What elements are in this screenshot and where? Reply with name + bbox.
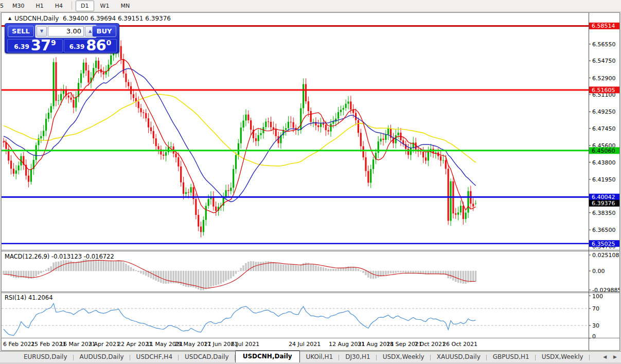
svg-text:6.39376: 6.39376 bbox=[592, 200, 615, 207]
timeframe-w1[interactable]: W1 bbox=[95, 1, 115, 11]
date-label: 7 Oct 2021 bbox=[414, 341, 446, 348]
svg-text:6.43800: 6.43800 bbox=[592, 159, 616, 166]
timeframe-d1[interactable]: D1 bbox=[76, 1, 94, 11]
svg-text:6.58514: 6.58514 bbox=[592, 23, 615, 29]
date-label: 24 Jul 2021 bbox=[289, 341, 321, 348]
date-axis: 6 Feb 202125 Feb 202116 Mar 20213 Apr 20… bbox=[2, 338, 588, 350]
volume-decrease-button[interactable]: ▼ bbox=[37, 26, 47, 37]
timeframe-h1[interactable]: H1 bbox=[31, 1, 49, 11]
chevron-down-icon: ▼ bbox=[40, 29, 43, 33]
buy-price-base: 6.39 bbox=[69, 43, 85, 50]
svg-text:0.025108: 0.025108 bbox=[592, 252, 619, 259]
buy-price-display: 6.39 86 0 bbox=[64, 39, 117, 52]
svg-text:6.47450: 6.47450 bbox=[592, 125, 616, 132]
svg-text:100: 100 bbox=[592, 293, 603, 300]
svg-text:6.56550: 6.56550 bbox=[592, 41, 616, 48]
macd-indicator-label: MACD(12,26,9) -0.013123 -0.016722 bbox=[5, 253, 114, 260]
tab-gbpusd-h1[interactable]: GBPUSD,H1 bbox=[487, 352, 536, 362]
tab-usdchf-h4[interactable]: USDCHF,H4 bbox=[130, 352, 179, 362]
svg-text:6.35025: 6.35025 bbox=[592, 241, 615, 247]
pane-borders bbox=[2, 13, 619, 350]
tab-scroll-right-icon[interactable]: ▶ bbox=[613, 354, 617, 359]
rsi-layer bbox=[2, 303, 588, 335]
one-click-trade-panel: SELL ▼ 3.00 ▲ BUY 6.39 37 9 6.39 86 0 bbox=[5, 23, 119, 53]
svg-text:6.52900: 6.52900 bbox=[592, 75, 616, 82]
timeframe-toolbar: 5 M30 H1 H4 D1 W1 MN bbox=[0, 0, 621, 12]
sell-price-point: 9 bbox=[51, 39, 56, 47]
price-axis: 6.565506.547506.529006.511006.492506.474… bbox=[589, 23, 619, 340]
svg-text:0.00: 0.00 bbox=[592, 268, 605, 275]
buy-price-point: 0 bbox=[107, 39, 112, 47]
timeframe-mn[interactable]: MN bbox=[115, 1, 135, 11]
sell-price-display: 6.39 37 9 bbox=[7, 39, 63, 52]
svg-text:6.54750: 6.54750 bbox=[592, 58, 616, 64]
timeframe-m15-clipped[interactable]: 5 bbox=[0, 1, 6, 11]
svg-text:6.51605: 6.51605 bbox=[592, 87, 615, 94]
tab-audusd-daily[interactable]: AUDUSD,Daily bbox=[74, 352, 130, 362]
chart-collapse-arrow-icon[interactable]: ▲ bbox=[8, 16, 11, 21]
date-label: 3 Apr 2021 bbox=[88, 341, 120, 348]
price-chart-canvas[interactable]: 6.565506.547506.529006.511006.492506.474… bbox=[2, 13, 619, 350]
date-label: 6 Feb 2021 bbox=[3, 341, 34, 348]
timeframe-h4[interactable]: H4 bbox=[50, 1, 68, 11]
svg-text:6.38350: 6.38350 bbox=[592, 210, 616, 216]
tab-scroll-left-icon[interactable]: ◀ bbox=[603, 354, 607, 359]
svg-text:6.45060: 6.45060 bbox=[592, 148, 615, 154]
rsi-indicator-label: RSI(14) 41.2064 bbox=[5, 294, 53, 301]
tab-xauusd-daily[interactable]: XAUUSD,Daily bbox=[431, 352, 487, 362]
svg-text:30: 30 bbox=[592, 322, 599, 329]
macd-histogram-layer bbox=[3, 259, 476, 290]
svg-text:-0.029885: -0.029885 bbox=[592, 287, 619, 294]
date-label: 6 Jul 2021 bbox=[231, 341, 259, 348]
moving-averages-layer bbox=[4, 60, 476, 213]
chart-window[interactable]: 6.565506.547506.529006.511006.492506.474… bbox=[1, 12, 620, 351]
tab-ukoil-h1[interactable]: UKOil,H1 bbox=[300, 352, 340, 362]
tab-usdx-weekly-2[interactable]: USDX,Weekly bbox=[536, 352, 590, 362]
buy-button[interactable]: BUY bbox=[92, 26, 116, 37]
sell-price-pips: 37 bbox=[31, 40, 50, 51]
sell-button[interactable]: SELL bbox=[8, 26, 34, 37]
chart-tab-bar: EURUSD,Daily AUDUSD,Daily USDCHF,H4 USDC… bbox=[0, 351, 621, 362]
tab-usdcad-daily[interactable]: USDCAD,Daily bbox=[179, 352, 235, 362]
svg-text:6.41950: 6.41950 bbox=[592, 176, 616, 183]
sell-price-base: 6.39 bbox=[14, 43, 29, 50]
tab-usdcnh-daily[interactable]: USDCNH,Daily bbox=[235, 351, 300, 362]
svg-text:0: 0 bbox=[592, 333, 596, 340]
chart-title: ▲USDCNH,Daily 6.39400 6.39694 6.39151 6.… bbox=[8, 15, 171, 22]
tab-usdx-weekly-1[interactable]: USDX,Weekly bbox=[377, 352, 431, 362]
date-label: 26 Oct 2021 bbox=[442, 341, 477, 348]
horizontal-level-lines[interactable] bbox=[2, 26, 589, 243]
svg-text:6.36500: 6.36500 bbox=[592, 227, 616, 233]
tab-eurusd-daily[interactable]: EURUSD,Daily bbox=[17, 352, 74, 362]
svg-text:70: 70 bbox=[592, 305, 599, 312]
tab-scroll-buttons: ◀▶ bbox=[596, 354, 617, 359]
timeframe-m30[interactable]: M30 bbox=[7, 1, 30, 11]
chart-symbol-label: USDCNH,Daily bbox=[14, 15, 59, 22]
chevron-up-icon: ▲ bbox=[88, 29, 92, 33]
chart-ohlc-values: 6.39400 6.39694 6.39151 6.39376 bbox=[63, 15, 171, 22]
volume-input[interactable]: 3.00 bbox=[48, 26, 84, 37]
tab-dj30-h1[interactable]: DJ30,H1 bbox=[339, 352, 377, 362]
svg-text:6.49250: 6.49250 bbox=[592, 108, 616, 115]
buy-price-pips: 86 bbox=[86, 40, 105, 51]
toolbar-separator bbox=[72, 2, 72, 10]
